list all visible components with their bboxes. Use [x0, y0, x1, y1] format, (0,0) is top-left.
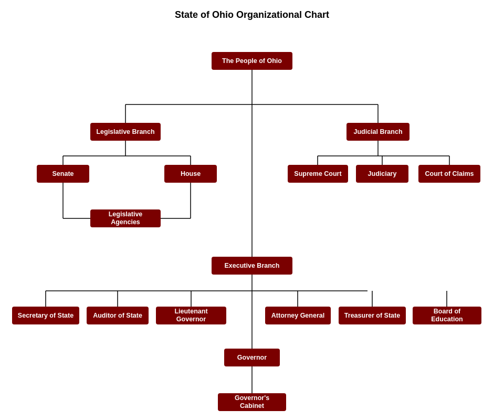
page-title: State of Ohio Organizational Chart — [175, 9, 329, 20]
node-people: The People of Ohio — [212, 52, 292, 70]
node-cabinet: Governor's Cabinet — [218, 393, 286, 411]
node-ltgov: Lieutenant Governor — [156, 307, 226, 324]
node-governor: Governor — [224, 349, 280, 366]
node-secretary: Secretary of State — [12, 307, 79, 324]
node-auditor: Auditor of State — [87, 307, 149, 324]
node-executive: Executive Branch — [212, 257, 292, 275]
node-attorney: Attorney General — [265, 307, 331, 324]
node-judicial: Judicial Branch — [346, 123, 410, 141]
node-legagencies: Legislative Agencies — [90, 209, 161, 227]
node-house: House — [164, 165, 217, 183]
node-senate: Senate — [37, 165, 89, 183]
page: State of Ohio Organizational Chart — [0, 0, 504, 420]
node-legislative: Legislative Branch — [90, 123, 161, 141]
node-judiciary: Judiciary — [356, 165, 408, 183]
node-claims: Court of Claims — [418, 165, 480, 183]
node-education: Board of Education — [413, 307, 481, 324]
chart-container: The People of Ohio Legislative Branch Ju… — [0, 26, 504, 420]
node-treasurer: Treasurer of State — [339, 307, 406, 324]
node-supreme: Supreme Court — [288, 165, 348, 183]
